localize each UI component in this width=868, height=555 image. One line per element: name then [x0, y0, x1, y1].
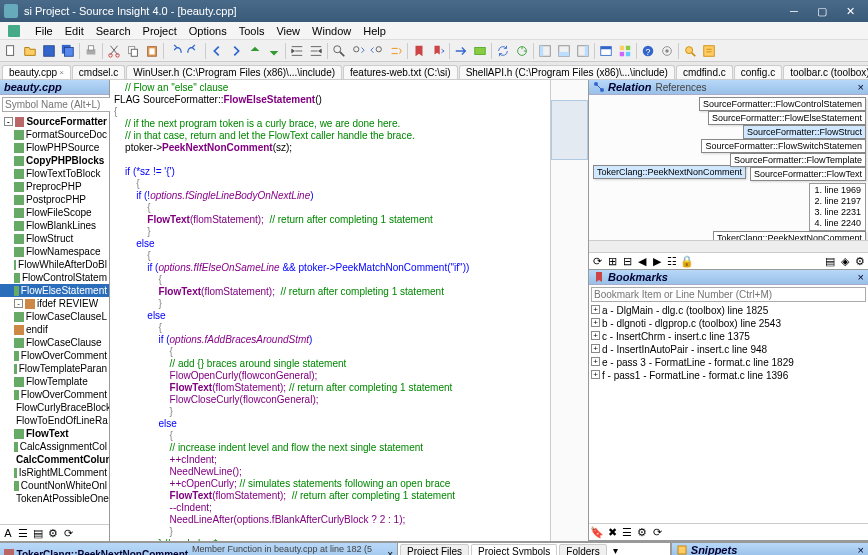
tree-node[interactable]: FlowFileScope [0, 206, 109, 219]
editor-tab[interactable]: WinUser.h (C:\Program Files (x86)\...\in… [126, 65, 342, 79]
rel-tree-icon[interactable]: ☷ [665, 254, 679, 268]
bookmark-row[interactable]: +f - pass1 - FormatLine - format.c line … [591, 369, 866, 382]
tree-node[interactable]: PreprocPHP [0, 180, 109, 193]
rel-back-icon[interactable]: ◀ [635, 254, 649, 268]
redo-icon[interactable] [185, 42, 203, 60]
search-prev-icon[interactable] [368, 42, 386, 60]
expand-icon[interactable]: + [591, 318, 600, 327]
rel-refresh-icon[interactable]: ⟳ [590, 254, 604, 268]
context-close-icon[interactable]: × [387, 549, 393, 556]
tree-node[interactable]: FlowOverComment [0, 388, 109, 401]
editor-tab[interactable]: features-web.txt (C:\si) [343, 65, 458, 79]
bookmark-row[interactable]: +e - pass 3 - FormatLine - format.c line… [591, 356, 866, 369]
tag-icon[interactable] [471, 42, 489, 60]
tree-node[interactable]: FlowCurlyBraceBlock [0, 401, 109, 414]
tree-node[interactable]: FlowBlankLines [0, 219, 109, 232]
bk-refresh-icon[interactable]: ⟳ [650, 525, 664, 539]
code-editor[interactable]: // Flow an "else" clauseFLAG SourceForma… [110, 80, 550, 541]
replace-icon[interactable] [387, 42, 405, 60]
minimap[interactable] [550, 80, 588, 541]
outdent-icon[interactable] [307, 42, 325, 60]
tree-node[interactable]: PostprocPHP [0, 193, 109, 206]
minimize-button[interactable]: ─ [780, 1, 808, 21]
bookmarks-close-icon[interactable]: × [858, 271, 864, 283]
minimap-viewport[interactable] [551, 100, 588, 160]
symbol-tree[interactable]: -SourceFormatterFormatSourceDocFlowPHPSo… [0, 114, 109, 524]
bookmarks-list[interactable]: +a - DlgMain - dlg.c (toolbox) line 1825… [589, 304, 868, 523]
help-icon[interactable]: ? [639, 42, 657, 60]
expand-icon[interactable]: + [591, 357, 600, 366]
project-tab[interactable]: Project Symbols [471, 544, 557, 555]
tree-node[interactable]: CalcAssignmentCol [0, 440, 109, 453]
menu-project[interactable]: Project [137, 24, 183, 38]
expand-icon[interactable]: + [591, 370, 600, 379]
options-icon[interactable] [658, 42, 676, 60]
tree-node[interactable]: CountNonWhiteOnl [0, 479, 109, 492]
close-button[interactable]: ✕ [836, 1, 864, 21]
tree-node[interactable]: FlowTemplateParan [0, 362, 109, 375]
tree-node[interactable]: FlowToEndOfLineRa [0, 414, 109, 427]
relation-node[interactable]: SourceFormatter::FlowSwitchStatemen [701, 139, 866, 153]
forward-icon[interactable] [227, 42, 245, 60]
expand-icon[interactable]: + [591, 344, 600, 353]
bookmark-row[interactable]: +d - InsertInAutoPair - insert.c line 94… [591, 343, 866, 356]
lock-icon[interactable]: ⟳ [61, 526, 75, 540]
tree-node[interactable]: FlowCaseClauseL [0, 310, 109, 323]
search-next-icon[interactable] [349, 42, 367, 60]
relation-node[interactable]: SourceFormatter::FlowControlStatemen [699, 97, 866, 111]
menu-window[interactable]: Window [306, 24, 357, 38]
tree-node[interactable]: IsRightMLComment [0, 466, 109, 479]
bk-list-icon[interactable]: ☰ [620, 525, 634, 539]
editor-tab[interactable]: cmdsel.c [72, 65, 125, 79]
app-menu[interactable] [2, 24, 29, 38]
paste-icon[interactable] [143, 42, 161, 60]
saveall-icon[interactable] [59, 42, 77, 60]
relation-root-node[interactable]: TokerClang::PeekNextNonComment [593, 165, 746, 179]
tab-close-icon[interactable]: × [59, 68, 64, 77]
cut-icon[interactable] [105, 42, 123, 60]
bk-add-icon[interactable]: 🔖 [590, 525, 604, 539]
back-icon[interactable] [208, 42, 226, 60]
project-tab[interactable]: Folders [559, 544, 606, 555]
relation-lines[interactable]: 1. line 19692. line 21973. line 22314. l… [809, 183, 866, 231]
relation-node[interactable]: SourceFormatter::FlowElseStatement [708, 111, 866, 125]
maximize-button[interactable]: ▢ [808, 1, 836, 21]
rel-expand-icon[interactable]: ⊞ [605, 254, 619, 268]
refresh-icon[interactable] [513, 42, 531, 60]
bookmark-row[interactable]: +a - DlgMain - dlg.c (toolbox) line 1825 [591, 304, 866, 317]
tree-node[interactable]: endif [0, 323, 109, 336]
tree-node[interactable]: FlowText [0, 427, 109, 440]
layout1-icon[interactable] [536, 42, 554, 60]
sync-icon[interactable] [494, 42, 512, 60]
editor-tab[interactable]: beauty.cpp× [2, 65, 71, 79]
up-icon[interactable] [246, 42, 264, 60]
tree-node[interactable]: CopyPHPBlocks [0, 154, 109, 167]
tree-node[interactable]: FlowStruct [0, 232, 109, 245]
bookmark-row[interactable]: +b - dlgnoti - dlgprop.c (toolbox) line … [591, 317, 866, 330]
menu-search[interactable]: Search [90, 24, 137, 38]
bookmark-icon[interactable] [410, 42, 428, 60]
relation-node[interactable]: SourceFormatter::FlowStruct [743, 125, 866, 139]
down-icon[interactable] [265, 42, 283, 60]
tree-node[interactable]: -ifdef REVIEW [0, 297, 109, 310]
menu-file[interactable]: File [29, 24, 59, 38]
relation-node[interactable]: SourceFormatter::FlowText [750, 167, 866, 181]
layout3-icon[interactable] [574, 42, 592, 60]
rel-collapse-icon[interactable]: ⊟ [620, 254, 634, 268]
bk-del-icon[interactable]: ✖ [605, 525, 619, 539]
goto-icon[interactable] [452, 42, 470, 60]
undo-icon[interactable] [166, 42, 184, 60]
expand-icon[interactable]: + [591, 305, 600, 314]
window-icon[interactable] [597, 42, 615, 60]
rel-view-icon[interactable]: ▤ [823, 254, 837, 268]
layout2-icon[interactable] [555, 42, 573, 60]
tree-icon[interactable]: ☰ [16, 526, 30, 540]
tree-node[interactable]: FlowWhileAfterDoBl [0, 258, 109, 271]
relation-scrollbar[interactable] [589, 240, 868, 252]
rel-fwd-icon[interactable]: ▶ [650, 254, 664, 268]
rel-graph-icon[interactable]: ◈ [838, 254, 852, 268]
tree-node[interactable]: CalcCommentColun [0, 453, 109, 466]
editor-tab[interactable]: toolbar.c (toolbox) [783, 65, 868, 79]
editor-tab[interactable]: config.c [734, 65, 782, 79]
tile-icon[interactable] [616, 42, 634, 60]
